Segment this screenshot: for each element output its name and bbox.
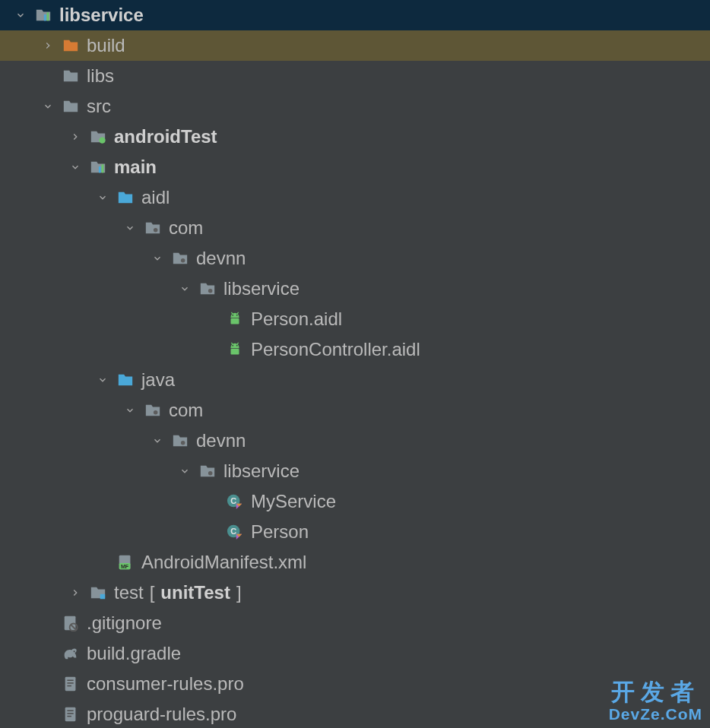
svg-rect-3 (99, 166, 101, 173)
tree-node-label: devnn (196, 248, 246, 269)
package-icon (143, 400, 163, 420)
chevron-down-icon[interactable] (151, 252, 164, 265)
package-icon (143, 218, 163, 238)
chevron-right-icon[interactable] (41, 39, 55, 52)
svg-rect-39 (67, 716, 71, 717)
tree-node-label: PersonController.aidl (251, 339, 420, 360)
tree-node-java[interactable]: java (0, 365, 710, 395)
tree-node-label: libservice (59, 5, 144, 26)
svg-rect-32 (65, 677, 76, 691)
chevron-down-icon[interactable] (41, 100, 55, 113)
tree-node-aidl-devnn[interactable]: devnn (0, 243, 710, 274)
tree-node-consumer-rules[interactable]: consumer-rules.pro (0, 669, 710, 699)
chevron-right-icon[interactable] (68, 586, 82, 600)
tree-node-label: java (141, 369, 175, 391)
tree-node-label: aidl (141, 187, 170, 208)
chevron-down-icon[interactable] (123, 221, 137, 235)
tree-node-suffix-bold: unitTest (160, 582, 230, 603)
svg-text:C: C (230, 527, 236, 536)
tree-node-java-devnn[interactable]: devnn (0, 426, 710, 456)
tree-node-label: Person.aidl (251, 309, 342, 330)
tree-node-label: src (87, 96, 111, 117)
svg-point-5 (154, 228, 158, 233)
tree-node-java-com[interactable]: com (0, 395, 710, 426)
tree-node-label: consumer-rules.pro (87, 673, 244, 695)
tree-node-root[interactable]: libservice (0, 0, 710, 30)
svg-rect-0 (44, 14, 46, 21)
package-icon (170, 431, 190, 451)
text-file-icon (61, 674, 81, 694)
svg-text:MF: MF (121, 564, 129, 570)
svg-point-9 (232, 315, 233, 316)
tree-node-label: libservice (223, 278, 300, 299)
chevron-down-icon[interactable] (151, 434, 164, 448)
tree-node-label: .gitignore (87, 612, 162, 634)
gradle-icon (61, 644, 81, 663)
svg-line-16 (231, 343, 233, 345)
tree-node-androidTest[interactable]: androidTest (0, 122, 710, 152)
chevron-down-icon[interactable] (96, 191, 109, 204)
chevron-down-icon[interactable] (123, 404, 137, 417)
chevron-down-icon[interactable] (14, 8, 27, 22)
tree-node-label: devnn (196, 430, 246, 451)
svg-rect-28 (100, 594, 105, 599)
tree-node-src[interactable]: src (0, 91, 710, 122)
tree-node-main[interactable]: main (0, 152, 710, 182)
tree-node-aidl-com[interactable]: com (0, 213, 710, 243)
svg-point-19 (181, 441, 185, 445)
tree-node-aidl[interactable]: aidl (0, 182, 710, 213)
svg-point-15 (236, 345, 238, 347)
tree-node-myservice[interactable]: CMyService (0, 486, 710, 517)
tree-node-manifest[interactable]: MFAndroidManifest.xml (0, 547, 710, 578)
tree-node-label: build.gradle (87, 643, 181, 664)
tree-node-label: AndroidManifest.xml (141, 552, 306, 573)
tree-node-label: Person (251, 521, 309, 543)
tree-node-aidl-libservice[interactable]: libservice (0, 274, 710, 304)
chevron-right-icon[interactable] (68, 130, 82, 144)
folder-source-icon (116, 370, 135, 390)
chevron-down-icon[interactable] (68, 160, 82, 174)
tree-node-label: proguard-rules.pro (87, 704, 236, 725)
svg-rect-13 (231, 349, 239, 354)
svg-point-10 (236, 315, 238, 316)
tree-node-proguard-rules[interactable]: proguard-rules.pro (0, 699, 710, 728)
tree-node-personcontroller-aidl[interactable]: PersonController.aidl (0, 334, 710, 365)
package-icon (198, 461, 217, 481)
tree-node-label: build (87, 35, 125, 56)
gitignore-icon (61, 613, 81, 633)
folder-icon (61, 97, 81, 116)
package-icon (170, 248, 190, 268)
svg-point-2 (99, 137, 105, 143)
tree-node-libs[interactable]: libs (0, 61, 710, 91)
tree-node-java-libservice[interactable]: libservice (0, 456, 710, 486)
chevron-down-icon[interactable] (178, 464, 192, 478)
chevron-down-icon[interactable] (178, 282, 192, 296)
svg-point-14 (232, 345, 233, 347)
tree-node-label: main (114, 157, 157, 178)
tree-node-build[interactable]: build (0, 30, 710, 61)
tree-node-label: libservice (223, 461, 300, 482)
chevron-down-icon[interactable] (96, 373, 109, 387)
tree-node-gitignore[interactable]: .gitignore (0, 608, 710, 638)
project-tree[interactable]: libservicebuildlibssrcandroidTestmainaid… (0, 0, 710, 728)
tree-node-label: androidTest (114, 126, 217, 147)
module-icon (88, 157, 108, 177)
folder-test-icon (88, 127, 108, 147)
svg-text:C: C (230, 496, 236, 505)
svg-rect-33 (67, 680, 73, 681)
tree-node-person-aidl[interactable]: Person.aidl (0, 304, 710, 334)
android-icon (225, 309, 245, 329)
tree-node-label: com (169, 400, 203, 421)
tree-node-test[interactable]: test [unitTest] (0, 578, 710, 608)
kotlin-class-icon: C (225, 492, 245, 511)
kotlin-class-icon: C (225, 522, 245, 542)
tree-node-label: com (169, 217, 203, 239)
text-file-icon (61, 704, 81, 724)
svg-rect-34 (67, 682, 73, 683)
tree-node-suffix-open: [ (150, 582, 155, 603)
svg-rect-36 (65, 707, 76, 721)
tree-node-build-gradle[interactable]: build.gradle (0, 638, 710, 669)
svg-rect-4 (102, 164, 104, 173)
svg-line-12 (237, 312, 239, 315)
tree-node-person-class[interactable]: CPerson (0, 517, 710, 547)
